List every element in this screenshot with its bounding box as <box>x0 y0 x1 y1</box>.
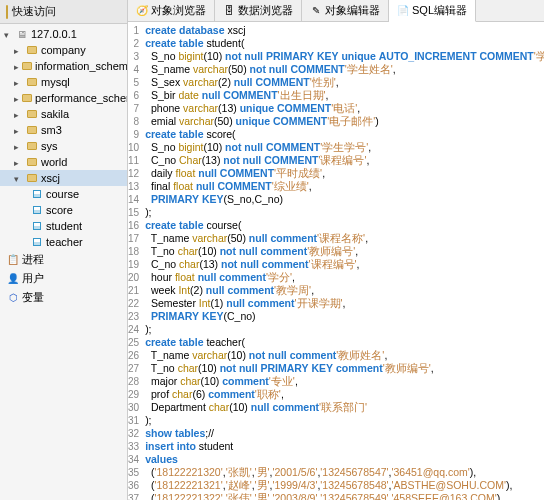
table-icon <box>31 204 43 216</box>
section-users[interactable]: 👤用户 <box>0 269 127 288</box>
chevron-right-icon: ▸ <box>14 94 19 103</box>
server-node[interactable]: ▾ 🖥 127.0.0.1 <box>0 26 127 42</box>
section-vars[interactable]: ⬡变量 <box>0 288 127 307</box>
process-icon: 📋 <box>7 254 19 266</box>
chevron-down-icon: ▾ <box>14 174 23 183</box>
quick-access-header[interactable]: 快速访问 <box>0 0 127 24</box>
quick-access-label: 快速访问 <box>12 4 56 19</box>
database-icon <box>26 108 38 120</box>
section-process[interactable]: 📋进程 <box>0 250 127 269</box>
db-node[interactable]: ▸sm3 <box>0 122 127 138</box>
server-icon: 🖥 <box>16 28 28 40</box>
table-node[interactable]: teacher <box>0 234 127 250</box>
tab-object-editor[interactable]: ✎对象编辑器 <box>302 0 389 21</box>
user-icon: 👤 <box>7 273 19 285</box>
tab-bar: 🧭对象浏览器 🗄数据浏览器 ✎对象编辑器 📄SQL编辑器 <box>128 0 544 22</box>
table-icon <box>31 188 43 200</box>
tab-sql-editor[interactable]: 📄SQL编辑器 <box>389 0 476 22</box>
chevron-right-icon: ▸ <box>14 78 23 87</box>
db-tree: ▾ 🖥 127.0.0.1 ▸company ▸information_sche… <box>0 24 127 307</box>
table-node[interactable]: student <box>0 218 127 234</box>
table-node[interactable]: score <box>0 202 127 218</box>
database-icon <box>26 140 38 152</box>
browser-icon: 🧭 <box>136 5 148 17</box>
db-node[interactable]: ▸information_schema <box>0 58 127 74</box>
chevron-right-icon: ▸ <box>14 110 23 119</box>
tab-data-browser[interactable]: 🗄数据浏览器 <box>215 0 302 21</box>
db-node-xscj[interactable]: ▾xscj <box>0 170 127 186</box>
data-icon: 🗄 <box>223 5 235 17</box>
server-label: 127.0.0.1 <box>31 28 77 40</box>
table-icon <box>31 220 43 232</box>
variable-icon: ⬡ <box>7 292 19 304</box>
db-node[interactable]: ▸company <box>0 42 127 58</box>
chevron-right-icon: ▸ <box>14 62 19 71</box>
database-icon <box>22 60 32 72</box>
database-icon <box>26 76 38 88</box>
table-node[interactable]: course <box>0 186 127 202</box>
database-icon <box>22 92 32 104</box>
chevron-right-icon: ▸ <box>14 158 23 167</box>
chevron-right-icon: ▸ <box>14 46 23 55</box>
db-node[interactable]: ▸sakila <box>0 106 127 122</box>
database-icon <box>26 44 38 56</box>
table-icon <box>31 236 43 248</box>
chevron-down-icon: ▾ <box>4 30 13 39</box>
tab-object-browser[interactable]: 🧭对象浏览器 <box>128 0 215 21</box>
database-icon <box>26 156 38 168</box>
chevron-right-icon: ▸ <box>14 142 23 151</box>
db-node[interactable]: ▸sys <box>0 138 127 154</box>
folder-icon <box>6 6 8 18</box>
code-area[interactable]: create database xscjcreate table student… <box>143 22 544 500</box>
line-gutter: 1234567891011121314151617181920212223242… <box>128 22 143 500</box>
database-icon <box>26 124 38 136</box>
db-node[interactable]: ▸mysql <box>0 74 127 90</box>
pencil-icon: ✎ <box>310 5 322 17</box>
database-icon <box>26 172 38 184</box>
db-node[interactable]: ▸performance_schema <box>0 90 127 106</box>
chevron-right-icon: ▸ <box>14 126 23 135</box>
sql-editor[interactable]: 1234567891011121314151617181920212223242… <box>128 22 544 500</box>
db-node[interactable]: ▸world <box>0 154 127 170</box>
sql-icon: 📄 <box>397 5 409 17</box>
